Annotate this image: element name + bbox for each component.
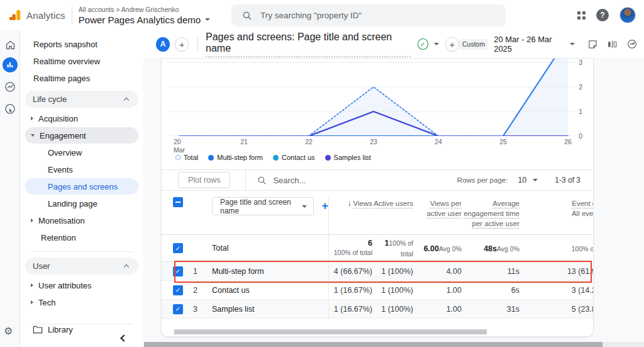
insights-icon[interactable] — [626, 38, 638, 50]
total-views-per-user: 6.00Avg 0% — [413, 243, 462, 254]
date-range-caret-icon[interactable] — [570, 43, 575, 45]
search-icon — [242, 11, 252, 21]
chart: 0123 20Mar212223242526 — [162, 59, 593, 151]
advertising-icon[interactable] — [3, 101, 18, 117]
table-row[interactable]: ✓ 1 Multi-step form 4 (66.67%) 1 (100%) … — [162, 262, 593, 281]
rows-per-page-value[interactable]: 10 — [518, 176, 526, 185]
total-label: Total — [212, 244, 328, 253]
sidebar-item-retention[interactable]: Retention — [25, 229, 138, 246]
settings-gear-icon[interactable]: ⚙ — [4, 325, 13, 337]
table-row[interactable]: ✓ 3 Samples list 1 (16.67%) 1 (100%) 1.0… — [162, 300, 593, 319]
column-header-event-count[interactable]: Event count All events — [519, 197, 593, 219]
select-all-checkbox[interactable] — [173, 197, 183, 207]
legend-item[interactable]: Total — [175, 154, 198, 161]
expand-arrow-icon — [31, 219, 33, 222]
column-header-views[interactable]: ↓Views — [328, 197, 372, 234]
legend-label: Contact us — [282, 154, 315, 161]
table-horizontal-scrollbar[interactable] — [174, 329, 487, 334]
left-rail: ⚙ — [0, 30, 20, 347]
add-comparison-chip-button[interactable]: + — [175, 37, 189, 52]
date-range[interactable]: 20 Mar - 26 Mar 2025 — [494, 35, 564, 54]
explore-icon[interactable] — [3, 79, 18, 94]
folder-icon — [33, 325, 43, 334]
home-icon[interactable] — [3, 37, 18, 52]
rows-per-page-caret-icon[interactable] — [533, 179, 538, 181]
notes-icon[interactable] — [587, 39, 598, 50]
report-saved-check-icon: ✓ — [418, 38, 428, 50]
column-header-active-users[interactable]: Active users — [372, 197, 413, 208]
expand-arrow-icon — [31, 283, 33, 287]
legend-item[interactable]: Multi-step form — [208, 154, 263, 161]
x-tick-label: 22 — [305, 138, 313, 146]
x-tick-label: 23 — [370, 138, 377, 146]
sidebar-item-realtime-pages[interactable]: Realtime pages — [25, 70, 138, 86]
search-bar[interactable]: Try searching "property ID" — [231, 4, 506, 26]
sidebar-item-tech[interactable]: Tech — [25, 294, 138, 310]
sidebar-item-engagement[interactable]: Engagement — [25, 127, 138, 144]
rows-per-page-label: Rows per page: — [457, 176, 508, 184]
toolbar-divider — [245, 170, 246, 191]
total-engagement-time: 48sAvg 0% — [462, 243, 519, 254]
legend-dashed-ring-icon — [175, 155, 180, 160]
header-divider — [72, 6, 72, 24]
total-active-users: 1100% of total — [372, 237, 413, 259]
reports-icon[interactable] — [3, 57, 18, 72]
report-title[interactable]: Pages and screens: Page title and screen… — [206, 31, 411, 57]
expand-arrow-icon — [31, 117, 33, 120]
main-content: A + Pages and screens: Page title and sc… — [143, 30, 644, 347]
y-tick-label: 0 — [579, 132, 582, 140]
sidebar-item-realtime-overview[interactable]: Realtime overview — [25, 53, 138, 69]
row-checkbox[interactable]: ✓ — [173, 243, 183, 253]
sidebar-item-events[interactable]: Events — [25, 161, 138, 178]
breadcrumb: All accounts > Andrew Grischenko — [79, 6, 210, 13]
sidebar-item-acquisition[interactable]: Acquisition — [25, 110, 138, 127]
row-checkbox[interactable]: ✓ — [173, 266, 183, 276]
legend-item[interactable]: Contact us — [273, 154, 315, 161]
chart-svg — [167, 59, 577, 136]
x-tick-label: 25 — [499, 138, 507, 146]
column-header-views-per-active-user[interactable]: Views per active user — [413, 197, 462, 219]
legend-item[interactable]: Samples list — [325, 154, 371, 161]
column-header-avg-engagement-time[interactable]: Average engagement time per active user — [462, 197, 519, 229]
chevron-up-icon — [124, 98, 129, 103]
apps-grid-icon[interactable] — [577, 11, 586, 20]
audience-chip[interactable]: A — [156, 37, 170, 52]
table-search[interactable]: Search... — [257, 176, 306, 185]
row-checkbox[interactable]: ✓ — [173, 304, 183, 314]
sidebar-item-landing-page[interactable]: Landing page — [25, 195, 138, 212]
report-header: A + Pages and screens: Page title and sc… — [143, 30, 644, 58]
sidebar-item-user-attributes[interactable]: User attributes — [25, 277, 138, 293]
analytics-logo[interactable]: Analytics — [0, 8, 65, 22]
add-dimension-button[interactable]: + — [321, 200, 328, 213]
collapse-arrow-icon — [31, 134, 35, 137]
sidebar-item-monetisation[interactable]: Monetisation — [25, 212, 138, 229]
table-header-row: Page title and screen name + ↓Views Acti… — [162, 191, 593, 235]
search-icon — [257, 176, 267, 185]
product-name: Analytics — [26, 10, 65, 21]
help-icon[interactable]: ? — [596, 9, 609, 21]
sidebar-section-life-cycle[interactable]: Life cycle — [25, 91, 138, 108]
sidebar-divider — [30, 251, 133, 252]
chevron-down-icon — [302, 205, 307, 208]
property-switcher[interactable]: All accounts > Andrew Grischenko Power P… — [79, 6, 210, 25]
legend-dot-icon — [208, 155, 214, 161]
add-report-button[interactable]: + — [445, 37, 459, 52]
x-tick-label: 24 — [435, 138, 442, 146]
table-row[interactable]: ✓ 2 Contact us 1 (16.67%) 1 (100%) 1.00 … — [162, 281, 593, 300]
compare-reports-icon[interactable] — [607, 39, 618, 50]
report-options-caret-icon[interactable] — [434, 43, 439, 45]
plot-rows-button[interactable]: Plot rows — [178, 172, 230, 188]
page-scrollbar-thumb[interactable] — [144, 342, 602, 347]
table-total-row: ✓ Total 6100% of total 1100% of total 6.… — [162, 235, 593, 262]
sidebar-item-overview[interactable]: Overview — [25, 144, 138, 161]
sidebar-section-user[interactable]: User — [25, 258, 138, 275]
dimension-selector[interactable]: Page title and screen name — [212, 197, 314, 215]
sidebar-item-pages-and-screens[interactable]: Pages and screens — [25, 178, 138, 195]
pagination-status: 1-3 of 3 — [555, 176, 580, 185]
chart-legend: TotalMulti-step formContact usSamples li… — [175, 154, 371, 161]
dimension-value: Samples list — [212, 305, 328, 314]
page-scrollbar-track — [143, 342, 644, 347]
row-checkbox[interactable]: ✓ — [173, 285, 183, 295]
avatar[interactable] — [619, 7, 636, 23]
sidebar-item-reports-snapshot[interactable]: Reports snapshot — [25, 36, 138, 52]
